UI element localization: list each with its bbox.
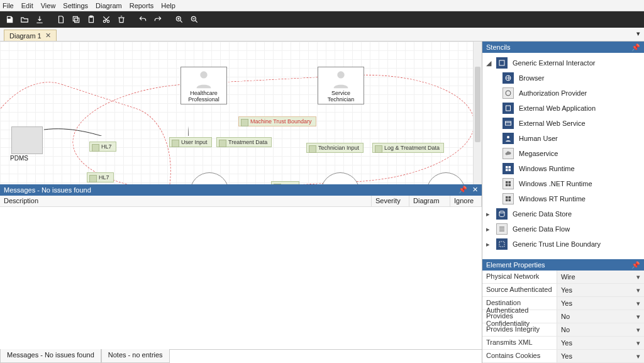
col-description[interactable]: Description [0, 196, 372, 206]
expander-icon[interactable]: ◢ [486, 59, 491, 67]
menu-view[interactable]: View [41, 2, 56, 9]
stencil-root[interactable]: ◢ Generic External Interactor [484, 55, 643, 70]
chevron-down-icon: ▾ [636, 352, 640, 360]
flow-tag[interactable]: CAN [271, 181, 299, 184]
zoom-out-icon[interactable] [187, 13, 201, 26]
stencil-megaservice[interactable]: Megaservice [484, 146, 643, 161]
stencil-generic-data-store[interactable]: ▸Generic Data Store [484, 206, 643, 221]
cloud-icon [502, 148, 514, 159]
flow-tag[interactable]: HL7 [89, 142, 116, 152]
stencil-pdms[interactable] [11, 126, 43, 154]
flow-tag[interactable]: Log & Treatment Data [372, 143, 444, 153]
actor-healthcare-professional[interactable]: Healthcare Professional [180, 67, 227, 104]
prop-value[interactable]: Yes▾ [557, 297, 644, 310]
prop-value[interactable]: No▾ [557, 310, 644, 323]
expander-icon[interactable]: ▸ [486, 240, 491, 249]
prop-value[interactable]: Wire▾ [557, 271, 644, 283]
windows-icon [502, 193, 514, 204]
save-icon[interactable] [3, 13, 16, 26]
svg-rect-27 [509, 199, 511, 202]
props-grid: Physical NetworkWire▾ Source Authenticat… [482, 271, 644, 363]
auth-icon [502, 87, 514, 99]
actor-service-technician[interactable]: Service Technician [318, 67, 364, 104]
stencil-windows-net-runtime[interactable]: Windows .NET Runtime [484, 176, 643, 191]
svg-rect-29 [499, 242, 504, 247]
cut-icon[interactable] [99, 13, 113, 26]
expander-icon[interactable]: ▸ [486, 225, 491, 233]
flow-tag[interactable]: HL7 [87, 172, 114, 182]
close-icon[interactable]: ✕ [45, 31, 51, 40]
diagram-canvas[interactable]: PDMS Healthcare Professional Service Tec… [0, 42, 482, 184]
tab-notes[interactable]: Notes - no entries [101, 349, 170, 363]
chevron-down-icon: ▾ [636, 339, 640, 347]
pin-icon[interactable]: 📌 [631, 43, 640, 52]
windows-icon [502, 178, 514, 189]
pin-icon[interactable]: 📌 [631, 261, 640, 269]
boundary-label[interactable]: Machine Trust Boundary [238, 116, 316, 126]
menu-edit[interactable]: Edit [21, 2, 33, 9]
prop-value[interactable]: Yes▾ [557, 284, 644, 296]
svg-rect-13 [506, 106, 511, 111]
windows-icon [502, 163, 514, 174]
svg-rect-21 [509, 181, 511, 184]
prop-row: Provides IntegrityNo▾ [482, 323, 644, 337]
prop-row: Destination AuthenticatedYes▾ [482, 297, 644, 310]
pin-icon[interactable]: 📌 [458, 186, 467, 194]
stencil-generic-trust-line-boundary[interactable]: ▸Generic Trust Line Boundary [484, 237, 643, 252]
props-header: Element Properties 📌 [482, 259, 644, 271]
col-diagram[interactable]: Diagram [409, 196, 450, 206]
webapp-icon [502, 103, 514, 114]
stencil-authorization-provider[interactable]: Authorization Provider [484, 86, 643, 101]
dataflow-icon [496, 223, 508, 235]
stencils-title: Stencils [486, 43, 511, 51]
prop-value[interactable]: No▾ [557, 323, 644, 336]
props-title: Element Properties [486, 261, 545, 269]
stencil-windows-rt-runtime[interactable]: Windows RT Runtime [484, 191, 643, 206]
stencil-windows-runtime[interactable]: Windows Runtime [484, 161, 643, 176]
stencil-browser[interactable]: Browser [484, 70, 643, 86]
copy-icon[interactable] [69, 13, 83, 26]
bottom-tabs: Messages - No issues found Notes - no en… [0, 349, 482, 363]
svg-rect-23 [509, 184, 511, 187]
new-doc-icon[interactable] [54, 13, 68, 26]
stencil-human-user[interactable]: Human User [484, 131, 643, 146]
menu-help[interactable]: Help [161, 2, 175, 9]
tab-messages[interactable]: Messages - No issues found [0, 349, 101, 363]
open-icon[interactable] [18, 13, 31, 26]
undo-icon[interactable] [136, 13, 150, 26]
scrollbar-thumb[interactable] [475, 67, 480, 142]
stencil-external-web-service[interactable]: External Web Service [484, 116, 643, 131]
messages-columns: Description Severity Diagram Ignore [0, 196, 482, 207]
stencil-external-web-application[interactable]: External Web Application [484, 101, 643, 116]
prop-value[interactable]: Yes▾ [557, 337, 644, 349]
prop-row: Source AuthenticatedYes▾ [482, 284, 644, 297]
flow-tag[interactable]: Treatment Data [216, 137, 272, 147]
tab-diagram-1[interactable]: Diagram 1 ✕ [4, 30, 57, 41]
tab-dropdown-icon[interactable]: ▾ [636, 30, 640, 38]
menu-file[interactable]: File [3, 2, 14, 9]
vertical-scrollbar[interactable] [473, 42, 482, 184]
delete-icon[interactable] [114, 13, 128, 26]
toolbar [0, 11, 644, 28]
svg-rect-18 [506, 169, 508, 172]
svg-point-8 [200, 71, 207, 78]
col-severity[interactable]: Severity [372, 196, 409, 206]
menu-settings[interactable]: Settings [63, 2, 88, 9]
col-ignore[interactable]: Ignore [450, 196, 482, 206]
flow-tag[interactable]: User Input [169, 137, 212, 147]
paste-icon[interactable] [84, 13, 98, 26]
export-icon[interactable] [33, 13, 47, 26]
chevron-down-icon: ▾ [636, 313, 640, 321]
expander-icon[interactable]: ▸ [486, 210, 491, 218]
flow-tag[interactable]: Technician Input [306, 143, 364, 153]
close-icon[interactable]: ✕ [472, 186, 478, 194]
zoom-in-icon[interactable] [172, 13, 186, 26]
svg-point-28 [499, 211, 504, 213]
prop-value[interactable]: Yes▾ [557, 350, 644, 362]
svg-rect-25 [509, 196, 511, 199]
menu-reports[interactable]: Reports [130, 2, 154, 9]
stencil-generic-data-flow[interactable]: ▸Generic Data Flow [484, 221, 643, 237]
prop-row: Provides ConfidentialityNo▾ [482, 310, 644, 323]
menu-diagram[interactable]: Diagram [96, 2, 122, 9]
redo-icon[interactable] [151, 13, 165, 26]
